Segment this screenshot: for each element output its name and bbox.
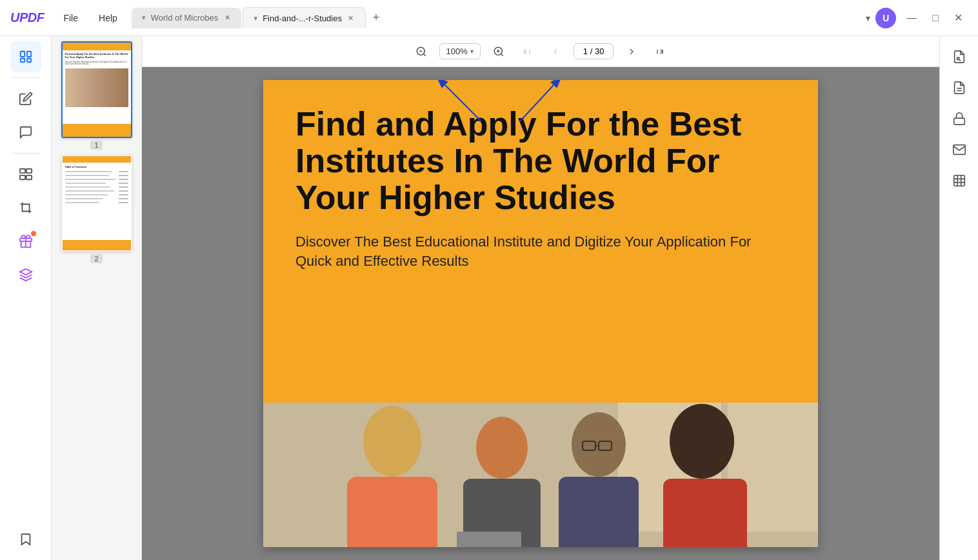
sidebar-item-comment[interactable] (10, 117, 41, 148)
svg-rect-45 (953, 175, 964, 186)
tab-microbes-label: World of Microbes (151, 13, 219, 23)
titlebar: UPDF File Help ▼ World of Microbes ✕ ▼ F… (0, 0, 978, 36)
svg-point-41 (957, 57, 959, 60)
zoom-out-button[interactable] (411, 41, 432, 62)
tab-institutes[interactable]: ▼ Find-and-...-r-Studies ✕ (243, 7, 366, 28)
zoom-dropdown-icon[interactable]: ▾ (470, 48, 474, 55)
right-sidebar-ocr[interactable] (946, 168, 972, 194)
right-sidebar-secure[interactable] (946, 106, 972, 132)
right-sidebar-send[interactable] (946, 137, 972, 163)
page-main-title: Find and Apply For the Best Institutes I… (295, 106, 786, 217)
zoom-control[interactable]: 100% ▾ (439, 43, 481, 59)
maximize-button[interactable]: □ (927, 10, 944, 26)
tab-institutes-close[interactable]: ✕ (346, 13, 356, 23)
svg-rect-4 (19, 169, 25, 173)
user-avatar[interactable]: U (875, 8, 896, 28)
page-display: 1 / 30 (583, 46, 604, 56)
menu-bar: File Help (54, 9, 126, 27)
svg-point-27 (363, 406, 421, 477)
close-button[interactable]: ✕ (949, 9, 968, 26)
svg-line-15 (501, 54, 503, 55)
svg-rect-5 (26, 169, 31, 173)
thumbnail-2[interactable]: Table of Contents (61, 155, 132, 263)
right-sidebar-search-doc[interactable] (946, 44, 972, 70)
svg-rect-3 (26, 59, 30, 63)
svg-point-36 (670, 404, 734, 479)
sidebar-item-layers[interactable] (10, 259, 41, 290)
thumbnail-1[interactable]: Find and Apply For the Best Institutes I… (61, 41, 132, 150)
app-logo: UPDF (0, 10, 54, 25)
right-sidebar (939, 36, 978, 560)
viewer-wrapper: 100% ▾ (142, 36, 939, 560)
sidebar-item-gift[interactable] (10, 226, 41, 257)
prev-page-button[interactable] (545, 41, 566, 62)
titlebar-actions: ▾ U — □ ✕ (855, 8, 978, 28)
thumbnail-number-2: 2 (90, 254, 102, 263)
page-subtitle: Discover The Best Educational Institute … (295, 232, 786, 272)
right-sidebar-pdf-convert[interactable] (946, 75, 972, 101)
sidebar-divider-2 (13, 153, 39, 154)
tab-institutes-label: Find-and-...-r-Studies (263, 14, 342, 23)
menu-help[interactable]: Help (90, 9, 126, 27)
svg-rect-32 (559, 477, 639, 547)
svg-point-29 (476, 417, 528, 479)
sidebar-divider-1 (13, 77, 39, 78)
tab-microbes[interactable]: ▼ World of Microbes ✕ (132, 8, 241, 28)
thumbnail-img-2[interactable]: Table of Contents (61, 155, 132, 252)
zoom-value: 100% (446, 46, 468, 56)
minimize-button[interactable]: — (901, 10, 922, 26)
page-people-image (263, 403, 818, 547)
main-content: Find and Apply For the Best Institutes I… (0, 36, 978, 560)
svg-rect-7 (26, 175, 31, 179)
svg-rect-28 (347, 477, 437, 547)
svg-line-12 (423, 54, 425, 55)
viewer-area[interactable]: Find and Apply For the Best Institutes I… (142, 67, 939, 560)
svg-rect-39 (457, 532, 521, 547)
tab-arrow-icon: ▼ (141, 14, 147, 21)
last-page-button[interactable] (650, 41, 670, 62)
pdf-page-1: Find and Apply For the Best Institutes I… (263, 80, 818, 547)
tabs-bar: ▼ World of Microbes ✕ ▼ Find-and-...-r-S… (126, 7, 856, 28)
thumbnail-panel: Find and Apply For the Best Institutes I… (52, 36, 142, 560)
page-image-area (263, 403, 818, 547)
sidebar-item-organize[interactable] (10, 159, 41, 190)
sidebar-item-edit[interactable] (10, 83, 41, 114)
svg-marker-10 (19, 269, 31, 275)
page-content: Find and Apply For the Best Institutes I… (263, 80, 818, 403)
svg-rect-6 (19, 175, 25, 179)
thumbnail-number-1: 1 (90, 141, 102, 150)
left-sidebar (0, 36, 52, 560)
toolbar: 100% ▾ (142, 36, 939, 67)
svg-rect-0 (20, 52, 24, 57)
first-page-button[interactable] (517, 41, 537, 62)
page-input[interactable]: 1 / 30 (574, 43, 614, 59)
svg-rect-37 (663, 479, 747, 547)
tab-arrow-icon2: ▼ (252, 15, 259, 22)
dropdown-icon[interactable]: ▾ (866, 13, 870, 23)
sidebar-item-crop[interactable] (10, 192, 41, 223)
sidebar-item-thumbnails[interactable] (10, 41, 41, 72)
thumbnail-img-1[interactable]: Find and Apply For the Best Institutes I… (61, 41, 132, 138)
svg-rect-2 (20, 59, 24, 63)
svg-rect-44 (953, 118, 964, 125)
svg-rect-1 (26, 52, 30, 57)
add-tab-button[interactable]: + (367, 9, 385, 27)
tab-microbes-close[interactable]: ✕ (222, 13, 232, 23)
sidebar-item-bookmark[interactable] (10, 524, 41, 555)
logo-text: UPDF (10, 10, 44, 25)
next-page-button[interactable] (621, 41, 642, 62)
zoom-in-button[interactable] (488, 41, 509, 62)
menu-file[interactable]: File (54, 9, 87, 27)
